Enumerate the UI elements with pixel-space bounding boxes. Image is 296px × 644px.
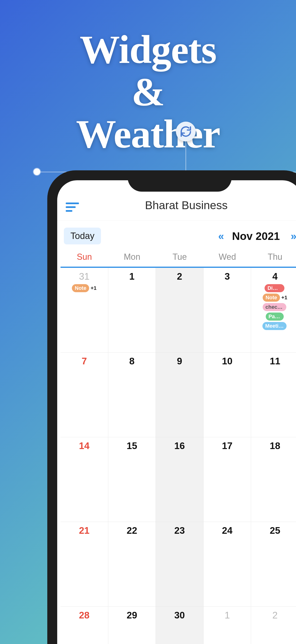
month-label[interactable]: Nov 2021: [228, 230, 285, 242]
event-tag[interactable]: Party: [266, 312, 284, 320]
promo-line-1: Widgets: [0, 28, 296, 71]
phone-frame: Bharat Business Today « Nov 2021 » Sun M…: [47, 170, 296, 644]
event-overflow-count[interactable]: +1: [281, 294, 287, 301]
event-tag[interactable]: Note: [72, 284, 89, 292]
calendar-cell[interactable]: 1: [204, 606, 251, 644]
event-tag[interactable]: Meeting: [263, 322, 287, 330]
day-number: 22: [110, 525, 154, 536]
calendar-cell[interactable]: 29: [108, 606, 156, 644]
calendar-cell[interactable]: 28: [60, 606, 108, 644]
calendar-cell[interactable]: 24: [204, 522, 251, 606]
calendar-cell[interactable]: 9: [156, 352, 204, 437]
day-number: 28: [62, 610, 107, 620]
event-tag[interactable]: Diwali: [265, 284, 285, 292]
phone-screen: Bharat Business Today « Nov 2021 » Sun M…: [57, 180, 296, 644]
day-number: 1: [205, 610, 250, 620]
calendar-cell[interactable]: 16: [156, 437, 204, 522]
calendar-grid: 31Note+11234DiwaliNote+1check...PartyMee…: [57, 268, 296, 644]
calendar-cell[interactable]: 8: [108, 352, 156, 437]
refresh-icon: [176, 122, 196, 142]
weekday-header: Wed: [204, 249, 251, 267]
app-title: Bharat Business: [79, 199, 294, 212]
event-tag[interactable]: check...: [263, 303, 287, 311]
calendar-cell[interactable]: 2: [251, 606, 296, 644]
event-tag[interactable]: Note: [263, 294, 280, 302]
day-number: 9: [157, 356, 202, 366]
weekday-header: Mon: [108, 249, 156, 267]
calendar-cell[interactable]: 3: [204, 268, 251, 352]
weekday-header: Sun: [60, 249, 108, 267]
calendar-toolbar: Today « Nov 2021 »: [57, 220, 296, 249]
day-number: 14: [62, 440, 107, 451]
next-month-button[interactable]: »: [289, 230, 296, 242]
weekday-header: Tue: [156, 249, 204, 267]
day-number: 4: [253, 271, 296, 282]
calendar-cell[interactable]: 30: [156, 606, 204, 644]
day-number: 2: [253, 610, 296, 620]
day-number: 8: [110, 356, 154, 366]
day-number: 18: [253, 440, 296, 451]
day-number: 1: [110, 271, 154, 282]
calendar-cell[interactable]: 18: [251, 437, 296, 522]
calendar-cell[interactable]: 10: [204, 352, 251, 437]
promo-headline: Widgets & Weather: [0, 28, 296, 155]
day-number: 29: [110, 610, 154, 620]
calendar-cell[interactable]: 21: [60, 522, 108, 606]
weekday-header: Thu: [251, 249, 296, 267]
day-number: 15: [110, 440, 154, 451]
day-number: 16: [157, 440, 202, 451]
weekday-header-row: Sun Mon Tue Wed Thu: [57, 249, 296, 267]
today-button[interactable]: Today: [64, 228, 101, 244]
calendar-cell[interactable]: 7: [60, 352, 108, 437]
decoration-node: [33, 168, 40, 175]
calendar-cell[interactable]: 2: [156, 268, 204, 352]
calendar-cell[interactable]: 11: [251, 352, 296, 437]
calendar-cell[interactable]: 14: [60, 437, 108, 522]
day-number: 23: [157, 525, 202, 536]
event-overflow-count[interactable]: +1: [91, 285, 96, 291]
menu-button[interactable]: [66, 202, 79, 212]
prev-month-button[interactable]: «: [216, 230, 223, 242]
calendar-cell[interactable]: 4DiwaliNote+1check...PartyMeeting: [251, 268, 296, 352]
promo-line-3: Weather: [0, 113, 296, 155]
day-number: 30: [157, 610, 202, 620]
day-number: 25: [253, 525, 296, 536]
calendar-cell[interactable]: 31Note+1: [60, 268, 108, 352]
calendar-cell[interactable]: 15: [108, 437, 156, 522]
calendar-cell[interactable]: 25: [251, 522, 296, 606]
day-number: 17: [205, 440, 250, 451]
calendar-cell[interactable]: 23: [156, 522, 204, 606]
calendar-cell[interactable]: 17: [204, 437, 251, 522]
day-number: 31: [62, 271, 107, 282]
day-number: 7: [62, 356, 107, 366]
calendar-cell[interactable]: 22: [108, 522, 156, 606]
day-number: 24: [205, 525, 250, 536]
promo-line-2: &: [0, 71, 296, 113]
calendar-cell[interactable]: 1: [108, 268, 156, 352]
day-number: 2: [157, 271, 202, 282]
decoration-line: [186, 142, 186, 172]
day-number: 10: [205, 356, 250, 366]
phone-notch: [128, 170, 232, 192]
day-number: 3: [205, 271, 250, 282]
day-number: 11: [253, 356, 296, 366]
day-number: 21: [62, 525, 107, 536]
